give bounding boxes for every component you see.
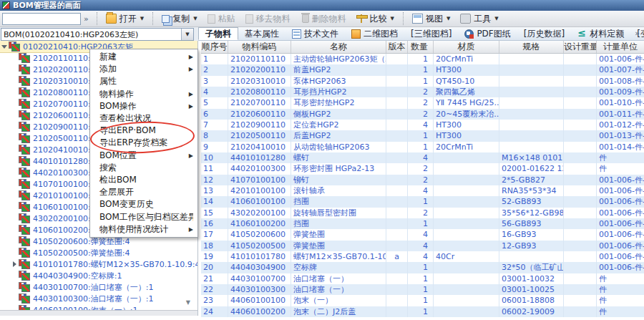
table-row-17[interactable]: 1741050200600弹簧垫圈416-GB93001-006-件- (201, 229, 644, 240)
table-row-20[interactable]: 2044040304900空标牌132*50（临工矿山）001-006-件- (201, 262, 644, 273)
cell-weight (564, 262, 597, 273)
tree-item-18[interactable]: 41050200500:弹簧垫圈:4 (0, 247, 197, 258)
menu-item-8-circled[interactable]: 导出ERP存货档案 (90, 137, 197, 149)
cell-spec: 06002-19009 (499, 306, 564, 317)
cell-unit: 001-006-件- (597, 218, 644, 229)
menu-item-7-circled[interactable]: 导出ERP·BOM (90, 125, 197, 137)
material-quota-icon (577, 29, 587, 39)
toolbar-overflow-chevron-icon[interactable]: » (84, 14, 89, 24)
tree-item-22[interactable]: 44030100300:油口堵塞（一）:1 (0, 293, 197, 304)
table-row-8[interactable]: 821020500110后盖HGP21HT300001-013-件- (201, 130, 644, 141)
tree-item-19[interactable]: 41010101780:螺钉M12×35-GB70.1-10.9:4 (0, 258, 197, 270)
column-header-8[interactable]: 设计重量 (564, 41, 597, 53)
cell-unit: 001-009-件- (597, 87, 644, 97)
table-row-22[interactable]: 2244030100300油口堵塞（一）103001-10025件 (201, 284, 644, 295)
table-row-5[interactable]: 521020700110耳形密封垫HGP22YⅡ 7445 HG/25...00… (201, 97, 644, 108)
table-row-7[interactable]: 721020900110定位套HGP24HT300001-012-件- (201, 120, 644, 130)
menu-item-15[interactable]: 物料使用情况统计▶ (90, 223, 197, 236)
cell-unit: 001-006-件- (597, 175, 644, 185)
tab-3[interactable]: 技术文件 (286, 27, 345, 40)
menu-item-3[interactable]: 属性 (90, 75, 197, 87)
table-row-10[interactable]: 1044010101280螺钉4M16×148 01017-11648件 (201, 152, 644, 163)
menu-item-6[interactable]: 查看检出状况 (90, 112, 197, 125)
copy-button[interactable]: 复制▼ (157, 11, 202, 26)
column-header-5[interactable]: 数量 (408, 41, 434, 53)
table-row-2[interactable]: 221020200110前盖HGP21HT300001-007-件- (201, 64, 644, 75)
column-header-1[interactable]: 顺序号 (201, 41, 228, 53)
table-row-15[interactable]: 1543020200100旋转轴唇型密封圈235*56*12-GB9877001… (201, 208, 644, 218)
menu-item-2[interactable]: 添加▶ (90, 63, 197, 75)
table-row-11[interactable]: 1144020100300环形密封圈 HGPa2-13202001-01622 … (201, 163, 644, 174)
cell-name: 旋转轴唇型密封圈 (291, 208, 386, 218)
open-button[interactable]: 打开▼ (101, 11, 149, 26)
tabs-overflow-chevron-icon[interactable]: » (635, 29, 640, 38)
table-row-24[interactable]: 2444060100200泡末（二）J2后盖106002-19009件 (201, 306, 644, 317)
cell-material (434, 152, 499, 163)
expanded-arrow-icon[interactable] (0, 45, 9, 49)
table-row-4[interactable]: 421020800110耳形挡片HGP22聚四氟乙烯001-009-件- (201, 87, 644, 97)
view-button[interactable]: 视图▼ (407, 11, 455, 26)
cell-spec: 2*5-GB827 (499, 175, 564, 185)
cell-unit: 001-006-件- (597, 196, 644, 207)
menu-item-label: 检出BOM (99, 174, 193, 186)
tree-horizontal-scrollbar[interactable] (0, 310, 198, 316)
tab-6[interactable]: PDF图纸 (458, 27, 517, 40)
menu-item-9[interactable]: BOM位置▶ (90, 150, 197, 162)
tab-4[interactable]: 二维图档 (345, 27, 404, 40)
cell-material: HT300 (434, 120, 499, 130)
menu-item-12[interactable]: 全层展开 (90, 186, 197, 198)
table-row-19[interactable]: 1941010101780螺钉M12×35-GB70.1-10.9a440Cr0… (201, 251, 644, 262)
toolbar-separator (403, 12, 404, 25)
tools-button[interactable]: 工具▼ (455, 11, 503, 26)
table-row-14[interactable]: 1441060100100挡圈152-GB893001-006-件- (201, 196, 644, 207)
toolbar-quick-input[interactable] (2, 13, 81, 25)
cell-spec: 03001-10032 (499, 273, 564, 284)
tab-1[interactable]: 子物料 (198, 27, 238, 40)
column-header-4[interactable]: 版本 (386, 41, 408, 53)
menu-item-14[interactable]: BOM工作区与归档区差异 (90, 210, 197, 223)
table-row-16[interactable]: 1641060100200挡圈156-GB893001-006-件- (201, 218, 644, 229)
cell-material: YⅡ 7445 HG/25... (434, 97, 499, 108)
table-row-13[interactable]: 1342010100100滚针轴承4RNA35*53*34001-006-件- (201, 185, 644, 196)
submenu-arrow-icon: ▶ (189, 91, 193, 97)
column-header-7[interactable]: 规格 (499, 41, 564, 53)
column-header-6[interactable]: 材质 (434, 41, 499, 53)
table-row-9[interactable]: 921020410010从动齿轮轴HGP2063120CrMnTi001-014… (201, 142, 644, 152)
tree-item-21[interactable]: 44030100700:油口堵塞（一）:1 (0, 281, 197, 293)
menu-item-13[interactable]: BOM变更历史 (90, 198, 197, 210)
table-row-3[interactable]: 321020310010泵体HGP20631QT450-10001-008-件- (201, 76, 644, 87)
cell-unit: 件 (597, 295, 644, 306)
table-row-18[interactable]: 1841050200500弹簧垫圈412-GB93001-006-件- (201, 241, 644, 251)
tab-2[interactable]: 基本属性 (238, 27, 286, 40)
table-row-21[interactable]: 2144030100700油口堵塞（一）103001-10032件 (201, 273, 644, 284)
tab-label: [历史数据] (524, 28, 565, 40)
cell-name: 挡圈 (291, 196, 386, 207)
menu-item-5[interactable]: BOM操作▶ (90, 100, 197, 112)
tab-8[interactable]: 材料定额 (571, 27, 630, 40)
dropdown-caret-icon: ▼ (193, 16, 197, 21)
table-row-12[interactable]: 1241070100100铆钉22*5-GB827001-006-件- (201, 175, 644, 185)
menu-item-10[interactable]: 搜索 (90, 162, 197, 174)
tools-icon (460, 14, 471, 24)
column-header-9[interactable]: 计量单位 (597, 41, 644, 53)
cell-weight (564, 54, 597, 64)
menu-item-11[interactable]: 检出BOM (90, 174, 197, 186)
cell-name: 前盖HGP2 (291, 64, 386, 75)
menu-item-label: 物料操作 (99, 88, 189, 100)
menu-item-1[interactable]: 新建▶ (90, 51, 197, 63)
tab-7[interactable]: [历史数据] (517, 27, 571, 40)
cell-weight (564, 229, 597, 240)
tree-item-20[interactable]: 44040304900:空标牌:1 (0, 270, 197, 281)
menu-item-4[interactable]: 物料操作▶ (90, 88, 197, 100)
collapsed-arrow-icon[interactable] (10, 261, 19, 267)
table-row-1[interactable]: 121020110110主动齿轮轴HGP2063矩（A）120CrMnTi001… (201, 54, 644, 64)
combo-dropdown-button[interactable]: ▼ (181, 29, 193, 40)
table-row-23[interactable]: 2344060100100泡末（一）106001-18808件 (201, 295, 644, 306)
column-header-2[interactable]: 物料编码 (228, 41, 291, 53)
column-header-3[interactable]: 名称 (291, 41, 386, 53)
cell-ver (386, 185, 408, 196)
table-row-6[interactable]: 621020600110侧板HGP2220~45覆粉末冶...001-011-件… (201, 109, 644, 120)
tab-5[interactable]: [三维图档] (404, 27, 458, 40)
bom-selector-combobox[interactable]: BOM(01020210410:HGP2063左矩) ▼ (1, 28, 194, 41)
compare-button[interactable]: 比较▼ (351, 11, 399, 26)
